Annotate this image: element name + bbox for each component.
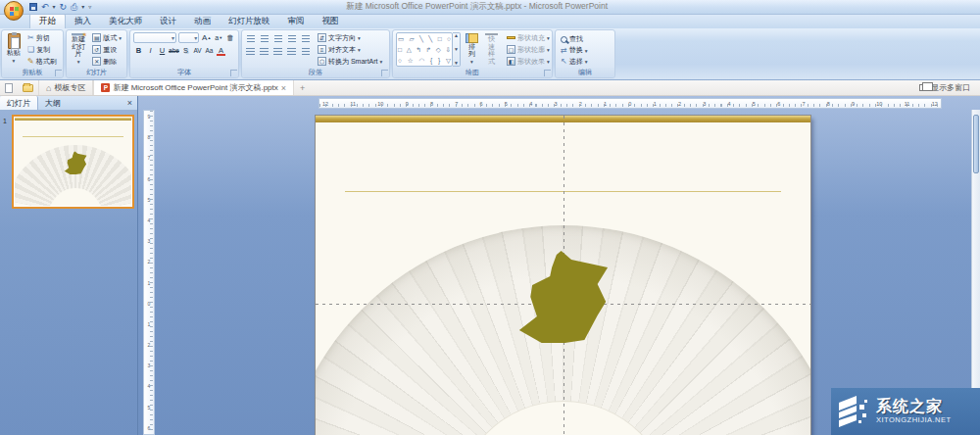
undo-button[interactable]: ↶ bbox=[41, 3, 49, 12]
tab-view[interactable]: 视图 bbox=[314, 15, 348, 28]
new-tab-button[interactable]: + bbox=[294, 80, 311, 95]
tab-slides-thumbnails[interactable]: 幻灯片 bbox=[0, 96, 38, 110]
folder-icon bbox=[23, 84, 33, 92]
list-item: ↰ bbox=[416, 46, 420, 53]
save-icon[interactable] bbox=[29, 3, 37, 11]
columns-button[interactable] bbox=[300, 47, 311, 57]
slide-thumbnail[interactable] bbox=[12, 115, 134, 209]
open-folder-button[interactable] bbox=[18, 80, 38, 95]
find-button[interactable]: 查找 bbox=[559, 34, 589, 44]
format-painter-icon: ✎ bbox=[27, 57, 34, 66]
numbering-button[interactable] bbox=[259, 34, 270, 44]
clipboard-dialog-launcher[interactable] bbox=[55, 70, 62, 76]
show-windows-button[interactable]: 显示多窗口 bbox=[909, 80, 980, 95]
font-name-combobox[interactable] bbox=[133, 32, 176, 43]
bullets-button[interactable] bbox=[245, 34, 256, 44]
list-item: 9 bbox=[406, 101, 409, 107]
shape-effects-button[interactable]: ◧形状效果 bbox=[505, 56, 552, 67]
decrease-indent-button[interactable] bbox=[272, 34, 283, 44]
arrange-button[interactable]: 排列 bbox=[464, 32, 480, 67]
align-right-button[interactable] bbox=[272, 47, 283, 57]
shapes-gallery-scroll[interactable]: ▲▼▼ bbox=[453, 32, 461, 67]
list-item: 1 bbox=[148, 280, 151, 286]
paste-button[interactable]: 粘贴 bbox=[5, 32, 23, 67]
group-label-paragraph: 段落 bbox=[242, 68, 389, 77]
new-slide-dropdown-icon[interactable] bbox=[77, 58, 80, 67]
replace-button[interactable]: ⇄替换 bbox=[559, 45, 589, 55]
quick-print-icon[interactable]: ⎙ bbox=[71, 3, 77, 12]
shape-outline-button[interactable]: ▢形状轮廓 bbox=[505, 44, 552, 55]
change-case-button[interactable]: Aa bbox=[204, 45, 215, 55]
delete-button[interactable]: ✕删除 bbox=[90, 56, 123, 67]
list-item: 10 bbox=[876, 101, 882, 107]
replace-dropdown-icon bbox=[585, 47, 588, 54]
redo-button[interactable]: ↻ bbox=[60, 3, 68, 12]
bold-button[interactable]: B bbox=[133, 45, 144, 55]
font-size-combobox[interactable] bbox=[178, 32, 199, 43]
reset-button[interactable]: ↺重设 bbox=[90, 44, 123, 55]
arrange-dropdown-icon bbox=[470, 58, 473, 67]
underline-button[interactable]: U bbox=[157, 45, 168, 55]
smartart-dropdown-icon bbox=[380, 58, 383, 65]
list-item: 2 bbox=[148, 259, 151, 265]
undo-dropdown-icon[interactable]: ▾ bbox=[53, 3, 56, 12]
vertical-scrollbar[interactable] bbox=[971, 110, 980, 435]
tab-close-icon[interactable]: × bbox=[281, 83, 286, 93]
slide-canvas[interactable] bbox=[316, 116, 810, 435]
align-left-button[interactable] bbox=[245, 47, 256, 57]
tab-outline[interactable]: 大纲 bbox=[38, 96, 68, 110]
shape-fill-button[interactable]: 形状填充 bbox=[505, 32, 552, 43]
tab-review[interactable]: 审阅 bbox=[279, 15, 314, 28]
font-color-button[interactable]: A bbox=[216, 45, 226, 55]
scrollbar-thumb[interactable] bbox=[973, 115, 979, 173]
tab-design[interactable]: 设计 bbox=[151, 15, 185, 28]
paste-dropdown-icon[interactable] bbox=[13, 57, 16, 66]
tab-insert[interactable]: 插入 bbox=[66, 15, 100, 28]
select-dropdown-icon bbox=[585, 58, 588, 65]
tab-beautify-master[interactable]: 美化大师 bbox=[100, 15, 151, 28]
grow-font-button[interactable]: A▲ bbox=[201, 33, 212, 43]
office-logo-icon bbox=[10, 7, 19, 16]
document-tab[interactable]: P 新建 Microsoft Office PowerPoint 演示文稿.pp… bbox=[93, 80, 294, 95]
group-slides: 新建幻灯片 ▤版式 ↺重设 ✕删除 幻灯片 bbox=[66, 29, 127, 78]
italic-button[interactable]: I bbox=[145, 45, 156, 55]
layout-button[interactable]: ▤版式 bbox=[90, 32, 123, 43]
align-center-button[interactable] bbox=[259, 47, 270, 57]
clear-formatting-button[interactable]: 🗑 bbox=[225, 33, 235, 43]
convert-smartart-button[interactable]: ⬡转换为 SmartArt bbox=[316, 56, 384, 67]
new-document-button[interactable] bbox=[0, 80, 18, 95]
text-direction-button[interactable]: ⇵文字方向 bbox=[316, 32, 384, 43]
text-shadow-button[interactable]: S bbox=[180, 45, 191, 55]
format-painter-button[interactable]: ✎格式刷 bbox=[25, 56, 59, 67]
tab-slideshow[interactable]: 幻灯片放映 bbox=[220, 15, 279, 28]
title-bar: ↶▾ ↻ ⎙▾ ▿ 新建 Microsoft Office PowerPoint… bbox=[0, 0, 980, 15]
tab-home[interactable]: 开始 bbox=[29, 14, 66, 28]
panel-close-icon[interactable]: × bbox=[122, 96, 137, 110]
shapes-gallery[interactable]: ▭▱╲╲□○ □△↰↱◇⇩ ○☆◠{}▽ bbox=[396, 32, 453, 67]
shrink-font-button[interactable]: a▼ bbox=[214, 33, 223, 43]
justify-button[interactable] bbox=[286, 47, 297, 57]
tab-animation[interactable]: 动画 bbox=[185, 15, 220, 28]
copy-button[interactable]: ❏复制 bbox=[25, 44, 59, 55]
list-item: 4 bbox=[529, 101, 532, 107]
cut-icon: ✂ bbox=[27, 33, 34, 42]
template-zone-tab[interactable]: ⌂ 模板专区 bbox=[38, 80, 93, 95]
group-label-clipboard: 剪贴板 bbox=[2, 68, 63, 77]
character-spacing-button[interactable]: AV bbox=[192, 45, 203, 55]
quick-styles-button[interactable]: 快速样式 bbox=[483, 32, 500, 67]
new-slide-button[interactable]: 新建幻灯片 bbox=[70, 32, 87, 67]
cut-button[interactable]: ✂剪切 bbox=[25, 32, 59, 43]
drawing-dialog-launcher[interactable] bbox=[544, 70, 551, 76]
list-item: ↱ bbox=[426, 46, 431, 53]
paragraph-dialog-launcher[interactable] bbox=[381, 70, 388, 76]
font-dialog-launcher[interactable] bbox=[230, 70, 237, 76]
increase-indent-button[interactable] bbox=[286, 34, 297, 44]
text-direction-dropdown-icon bbox=[358, 34, 361, 41]
align-text-button[interactable]: ≡对齐文本 bbox=[316, 44, 384, 55]
print-dropdown-icon[interactable]: ▾ bbox=[81, 3, 84, 12]
group-drawing: ▭▱╲╲□○ □△↰↱◇⇩ ○☆◠{}▽ ▲▼▼ 排列 快速样式 形状填充 ▢形… bbox=[392, 29, 553, 78]
select-button[interactable]: ↖选择 bbox=[559, 57, 589, 67]
line-spacing-button[interactable] bbox=[300, 34, 311, 44]
office-button[interactable] bbox=[4, 1, 24, 21]
strikethrough-button[interactable]: abe bbox=[169, 45, 179, 55]
